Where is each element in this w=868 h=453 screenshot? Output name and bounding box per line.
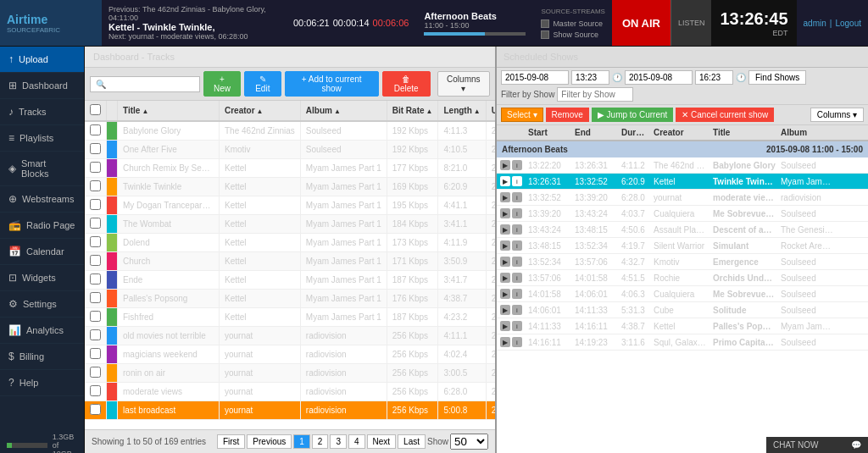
sidebar-item-upload[interactable]: ↑ Upload bbox=[0, 47, 84, 73]
listen-button[interactable]: LISTEN bbox=[670, 0, 712, 46]
show-count-select[interactable]: 50 25 100 bbox=[450, 434, 488, 450]
sidebar-item-tracks[interactable]: ♪ Tracks bbox=[0, 99, 84, 125]
table-row[interactable]: Ende Kettel Myam James Part 1 187 Kbps 3… bbox=[85, 271, 495, 290]
table-row[interactable]: Church Remix By Secede Kettel Myam James… bbox=[85, 159, 495, 178]
row-checkbox[interactable] bbox=[90, 329, 101, 340]
filter-input[interactable] bbox=[557, 87, 633, 102]
row-checkbox[interactable] bbox=[90, 236, 101, 247]
prev-page-button[interactable]: Previous bbox=[247, 434, 292, 449]
row-checkbox[interactable] bbox=[90, 385, 101, 396]
sidebar-item-calendar[interactable]: 📅 Calendar bbox=[0, 239, 84, 265]
page-4-button[interactable]: 4 bbox=[348, 434, 365, 449]
table-row[interactable]: old movies not terrible yournat radiovis… bbox=[85, 327, 495, 345]
sidebar-item-billing[interactable]: $ Billing bbox=[0, 344, 84, 370]
row-checkbox[interactable] bbox=[90, 199, 101, 210]
sidebar-item-widgets[interactable]: ⊡ Widgets bbox=[0, 265, 84, 291]
end-time-input[interactable] bbox=[695, 70, 733, 85]
table-row[interactable]: moderate views yournat radiovision 256 K… bbox=[85, 383, 495, 401]
col-title[interactable]: Title▲ bbox=[118, 101, 220, 121]
row-checkbox[interactable] bbox=[90, 273, 101, 285]
table-row[interactable]: Palles's Popsong Kettel Myam James Part … bbox=[85, 290, 495, 308]
last-page-button[interactable]: Last bbox=[398, 434, 426, 449]
row-checkbox[interactable] bbox=[90, 404, 101, 415]
list-item[interactable]: ▶ i 14:01:58 14:06:01 4:06.3 Cualquiera … bbox=[497, 286, 868, 302]
list-item[interactable]: ▶ i 13:43:24 13:48:15 4:50.6 Assault Pla… bbox=[497, 222, 868, 238]
list-item[interactable]: ▶ i 13:57:06 14:01:58 4:51.5 Rochie Orch… bbox=[497, 270, 868, 286]
list-item[interactable]: ▶ i 13:48:15 13:52:34 4:19.7 Silent Warr… bbox=[497, 238, 868, 254]
new-track-button[interactable]: + New bbox=[203, 71, 241, 97]
end-date-input[interactable] bbox=[625, 70, 693, 85]
cancel-show-button[interactable]: ✕ Cancel current show bbox=[676, 108, 774, 122]
table-row[interactable]: Dolend Kettel Myam James Part 1 173 Kbps… bbox=[85, 234, 495, 252]
search-input[interactable] bbox=[90, 76, 200, 92]
table-row[interactable]: last broadcast yournat radiovision 256 K… bbox=[85, 401, 495, 420]
row-checkbox[interactable] bbox=[90, 292, 101, 303]
list-item[interactable]: ▶ i 13:32:52 13:39:20 6:28.0 yournat mod… bbox=[497, 190, 868, 206]
select-button[interactable]: Select ▾ bbox=[501, 108, 543, 122]
col-title-header: Title bbox=[710, 128, 778, 137]
table-row[interactable]: Church Kettel Myam James Part 1 171 Kbps… bbox=[85, 252, 495, 271]
sidebar-item-analytics[interactable]: 📊 Analytics bbox=[0, 318, 84, 344]
list-item[interactable]: ▶ i 14:06:01 14:11:33 5:31.3 Cube Solitu… bbox=[497, 302, 868, 318]
page-3-button[interactable]: 3 bbox=[330, 434, 347, 449]
table-row[interactable]: The Wombat Kettel Myam James Part 1 184 … bbox=[85, 215, 495, 234]
sidebar-item-radio-page[interactable]: 📻 Radio Page bbox=[0, 213, 84, 239]
sidebar-item-help[interactable]: ? Help bbox=[0, 370, 84, 396]
row-checkbox[interactable] bbox=[90, 143, 101, 154]
chat-bar[interactable]: CHAT NOW 💬 bbox=[766, 437, 868, 453]
delete-track-button[interactable]: 🗑 Delete bbox=[382, 71, 431, 97]
table-row[interactable]: magicians weekend yournat radiovision 25… bbox=[85, 345, 495, 364]
col-creator[interactable]: Creator▲ bbox=[220, 101, 301, 121]
sidebar-item-webstreams[interactable]: ⊕ Webstreams bbox=[0, 186, 84, 213]
track-length: 6:28.0 bbox=[438, 383, 486, 401]
row-checkbox[interactable] bbox=[90, 311, 101, 322]
sidebar-item-dashboard[interactable]: ⊞ Dashboard bbox=[0, 73, 84, 99]
edit-track-button[interactable]: ✎ Edit bbox=[244, 71, 281, 97]
list-item[interactable]: ▶ i 13:22:20 13:26:31 4:11.2 The 462nd Z… bbox=[497, 157, 868, 174]
col-check[interactable] bbox=[85, 101, 107, 121]
next-page-button[interactable]: Next bbox=[367, 434, 397, 449]
admin-link[interactable]: admin bbox=[804, 19, 826, 28]
row-checkbox[interactable] bbox=[90, 218, 101, 229]
columns-button[interactable]: Columns ▾ bbox=[437, 71, 490, 97]
row-checkbox[interactable] bbox=[90, 180, 101, 191]
list-item[interactable]: ▶ i 13:39:20 13:43:24 4:03.7 Cualquiera … bbox=[497, 206, 868, 222]
upload-icon: ↑ bbox=[8, 53, 14, 65]
page-1-button[interactable]: 1 bbox=[293, 434, 310, 449]
first-page-button[interactable]: First bbox=[217, 434, 245, 449]
list-item[interactable]: ▶ i 13:52:34 13:57:06 4:32.7 Kmotiv Emer… bbox=[497, 254, 868, 270]
row-checkbox[interactable] bbox=[90, 348, 101, 359]
table-row[interactable]: Twinkle Twinkle Kettel Myam James Part 1… bbox=[85, 178, 495, 196]
col-bitrate[interactable]: Bit Rate▲ bbox=[387, 101, 438, 121]
table-row[interactable]: Fishfred Kettel Myam James Part 1 187 Kb… bbox=[85, 308, 495, 327]
col-album[interactable]: Album▲ bbox=[300, 101, 387, 121]
row-checkbox[interactable] bbox=[90, 162, 101, 173]
sidebar-item-smart-blocks[interactable]: ◈ Smart Blocks bbox=[0, 152, 84, 186]
add-to-show-button[interactable]: + Add to current show bbox=[285, 71, 379, 97]
sidebar-item-settings[interactable]: ⚙ Settings bbox=[0, 291, 84, 318]
start-date-input[interactable] bbox=[501, 70, 569, 85]
table-row[interactable]: Babylone Glory The 462nd Zinnias Soulsee… bbox=[85, 121, 495, 141]
jump-to-current-button[interactable]: ▶ Jump to Current bbox=[592, 108, 673, 122]
on-air-button[interactable]: ON AIR bbox=[612, 0, 670, 46]
page-2-button[interactable]: 2 bbox=[312, 434, 329, 449]
track-length: 3:50.9 bbox=[438, 252, 486, 271]
remove-button[interactable]: Remove bbox=[546, 108, 589, 122]
row-checkbox[interactable] bbox=[90, 124, 101, 135]
list-item[interactable]: ▶ i 14:16:11 14:19:23 3:11.6 Squl, Galax… bbox=[497, 334, 868, 351]
start-time-input[interactable] bbox=[571, 70, 609, 85]
logout-link[interactable]: Logout bbox=[835, 19, 861, 28]
select-all-checkbox[interactable] bbox=[90, 104, 101, 115]
col-uploaded[interactable]: Uploaded▲ bbox=[486, 101, 495, 121]
table-row[interactable]: My Dogan Tranceparents Remix By Phoeneci… bbox=[85, 196, 495, 215]
table-row[interactable]: ronin on air yournat radiovision 256 Kbp… bbox=[85, 364, 495, 383]
list-item[interactable]: ▶ i 13:26:31 13:32:52 6:20.9 Kettel Twin… bbox=[497, 174, 868, 190]
scheduled-columns-button[interactable]: Columns ▾ bbox=[810, 108, 864, 122]
col-length[interactable]: Length▲ bbox=[438, 101, 486, 121]
list-item[interactable]: ▶ i 14:11:33 14:16:11 4:38.7 Kettel Pall… bbox=[497, 318, 868, 334]
row-checkbox[interactable] bbox=[90, 367, 101, 378]
row-checkbox[interactable] bbox=[90, 255, 101, 266]
table-row[interactable]: One After Five Kmotiv Soulseed 192 Kbps … bbox=[85, 141, 495, 159]
find-shows-button[interactable]: Find Shows bbox=[748, 70, 806, 85]
sidebar-item-playlists[interactable]: ≡ Playlists bbox=[0, 125, 84, 152]
